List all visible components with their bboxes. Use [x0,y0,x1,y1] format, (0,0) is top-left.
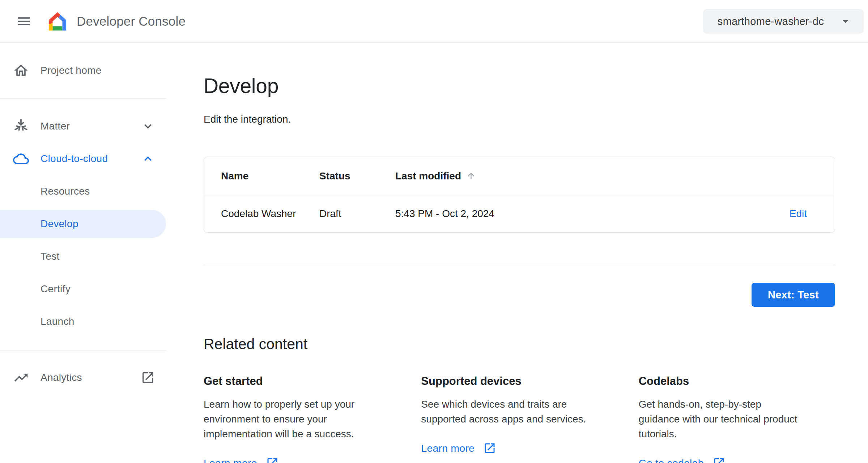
related-content-cards: Get started Learn how to properly set up… [204,374,835,463]
project-selector[interactable]: smarthome-washer-dc [703,9,864,34]
sidebar-item-launch[interactable]: Launch [0,305,166,338]
card-title: Codelabs [639,374,835,389]
sidebar: Project home Matter Cloud-to-cloud Resou… [0,43,166,394]
card-codelabs: Codelabs Get hands-on, step-by-step guid… [639,374,835,463]
card-get-started: Get started Learn how to properly set up… [204,374,400,463]
sidebar-item-label: Cloud-to-cloud [41,153,108,165]
sidebar-item-develop[interactable]: Develop [0,210,166,238]
sidebar-item-project-home[interactable]: Project home [0,54,166,87]
integrations-table: Name Status Last modified Codelab Washer… [204,157,835,233]
related-content-heading: Related content [204,335,835,353]
card-title: Get started [204,374,400,389]
main-content: Develop Edit the integration. Name Statu… [204,43,835,463]
divider [204,265,835,265]
caret-down-icon [839,15,852,28]
open-in-new-icon [483,442,496,455]
sidebar-item-analytics[interactable]: Analytics [0,361,166,394]
open-in-new-icon [712,456,726,463]
column-header-last-modified[interactable]: Last modified [395,170,756,182]
hamburger-menu-button[interactable] [12,10,35,33]
integration-last-modified: 5:43 PM - Oct 2, 2024 [395,208,756,220]
sidebar-item-cloud-to-cloud[interactable]: Cloud-to-cloud [0,143,166,175]
card-title: Supported devices [421,374,617,389]
sort-ascending-icon [466,171,476,181]
sidebar-item-label: Matter [41,120,70,132]
chevron-down-icon[interactable] [141,119,155,133]
sidebar-item-test[interactable]: Test [0,240,166,273]
google-home-logo-icon [47,11,68,32]
integration-status: Draft [319,208,395,220]
card-supported-devices: Supported devices See which devices and … [421,374,617,463]
home-icon [12,62,30,79]
card-body: Learn how to properly set up your enviro… [204,397,400,441]
card-body: See which devices and traits are support… [421,397,617,426]
project-selector-value: smarthome-washer-dc [718,16,824,27]
table-row: Codelab Washer Draft 5:43 PM - Oct 2, 20… [204,195,835,232]
go-to-codelab-link[interactable]: Go to codelab [639,456,835,463]
cloud-icon [12,150,30,167]
hamburger-icon [16,13,32,29]
edit-link[interactable]: Edit [790,208,807,219]
learn-more-link[interactable]: Learn more [204,456,400,463]
open-in-new-icon [266,456,279,463]
column-header-status: Status [319,170,395,182]
button-row: Next: Test [204,283,835,307]
card-body: Get hands-on, step-by-step guidance with… [639,397,835,441]
matter-icon [12,118,30,135]
page-title: Develop [204,75,835,97]
open-in-new-icon [141,370,155,385]
page-subtitle: Edit the integration. [204,113,835,126]
trending-up-icon [12,369,30,386]
integration-name: Codelab Washer [221,208,319,220]
top-bar: Developer Console smarthome-washer-dc [0,0,868,43]
sidebar-item-resources[interactable]: Resources [0,175,166,208]
sidebar-item-label: Analytics [41,372,82,383]
column-header-name: Name [221,170,319,182]
learn-more-link[interactable]: Learn more [421,442,617,455]
app-title: Developer Console [77,14,186,29]
sidebar-item-label: Project home [41,65,102,76]
sidebar-item-matter[interactable]: Matter [0,110,166,143]
table-header-row: Name Status Last modified [204,157,835,195]
next-test-button[interactable]: Next: Test [752,283,835,307]
sidebar-item-certify[interactable]: Certify [0,273,166,305]
chevron-up-icon[interactable] [141,152,155,166]
